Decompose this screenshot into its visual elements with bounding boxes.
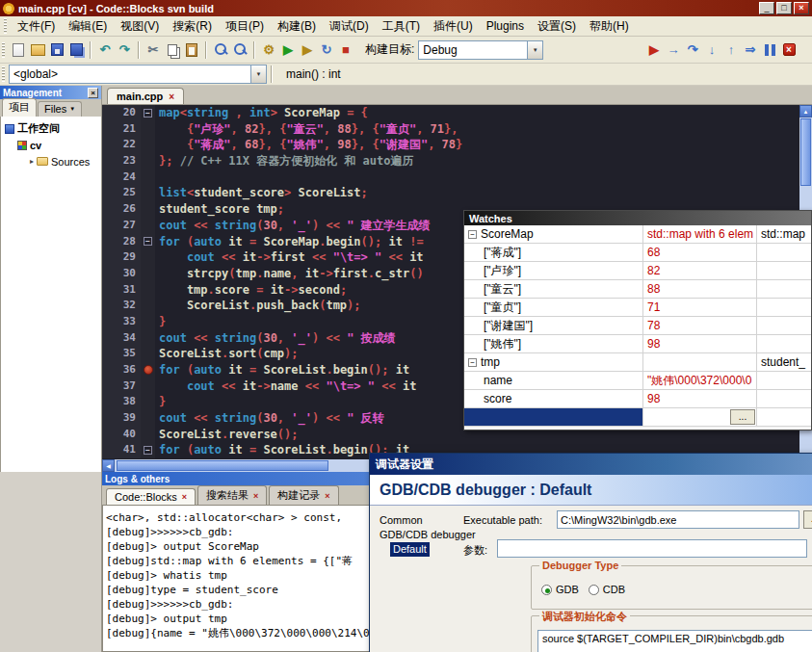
watch-row-10[interactable]: ...	[464, 408, 811, 427]
line-margin[interactable]	[141, 266, 155, 282]
menu-gripper[interactable]	[4, 18, 7, 34]
menu-item-4[interactable]: 项目(P)	[219, 16, 271, 37]
code-line-22[interactable]: 22 {"蒋成", 68}, {"姚伟", 98}, {"谢建国", 78}	[102, 137, 799, 153]
watches-title-bar[interactable]: Watches	[464, 211, 811, 225]
watch-row-3[interactable]: ["童云"]88	[464, 280, 811, 299]
find-icon[interactable]	[212, 41, 229, 59]
menu-item-10[interactable]: 设置(S)	[531, 16, 583, 37]
logs-tab-2[interactable]: 构建记录×	[269, 485, 338, 505]
open-file-icon[interactable]	[29, 41, 46, 59]
menu-item-5[interactable]: 构建(B)	[271, 16, 323, 37]
tab-files[interactable]: Files ▼	[38, 101, 82, 117]
line-number[interactable]: 38	[102, 394, 141, 410]
line-number[interactable]: 39	[102, 410, 141, 427]
watch-row-1[interactable]: ["蒋成"]68	[464, 244, 811, 262]
collapse-icon[interactable]: −	[468, 358, 477, 367]
watch-row-9[interactable]: score98	[464, 390, 811, 408]
run-to-cursor-icon[interactable]: →	[665, 41, 682, 59]
copy-icon[interactable]	[164, 41, 181, 59]
build-target-combo[interactable]: Debug ▼	[418, 40, 543, 60]
line-margin[interactable]	[141, 346, 155, 362]
line-margin[interactable]: −	[141, 442, 155, 458]
line-number[interactable]: 30	[102, 266, 141, 282]
line-margin[interactable]	[141, 137, 155, 153]
close-tab-icon[interactable]: ×	[169, 91, 174, 102]
fold-marker-icon[interactable]: −	[144, 446, 152, 455]
init-commands-input[interactable]: source $(TARGET_COMPILER_DIR)bin\cbgdb.g…	[537, 630, 812, 652]
tree-item-workspace[interactable]: 工作空间	[1, 120, 101, 137]
scroll-up-icon[interactable]: ▲	[799, 105, 812, 117]
expand-arrow-icon[interactable]: ▸	[30, 157, 34, 166]
abort-build-icon[interactable]: ■	[337, 41, 354, 59]
dialog-title-bar[interactable]: 调试器设置	[370, 454, 812, 475]
editor-tab-maincpp[interactable]: main.cpp ×	[107, 88, 184, 104]
code-line-21[interactable]: 21 {"卢珍", 82}, {"童云", 88}, {"童贞", 71},	[102, 121, 799, 138]
line-number[interactable]: 28	[102, 234, 141, 250]
redo-icon[interactable]: ↷	[116, 41, 133, 59]
line-margin[interactable]: −	[141, 105, 155, 121]
save-all-icon[interactable]	[67, 41, 85, 59]
fold-marker-icon[interactable]: −	[144, 237, 152, 246]
debugger-tree-item-1[interactable]: GDB/CDB debugger	[377, 528, 479, 542]
line-number[interactable]: 23	[102, 153, 141, 170]
line-margin[interactable]: −	[141, 234, 155, 250]
line-margin[interactable]	[141, 330, 155, 347]
line-margin[interactable]	[141, 218, 155, 234]
scroll-left-icon[interactable]: ◀	[102, 459, 115, 472]
arguments-input[interactable]	[497, 539, 807, 558]
menu-item-7[interactable]: 工具(T)	[376, 16, 427, 37]
radio-cdb[interactable]: CDB	[589, 584, 625, 595]
close-log-tab-icon[interactable]: ×	[253, 491, 258, 501]
build-icon[interactable]: ⚙	[260, 41, 277, 59]
line-number[interactable]: 21	[102, 121, 141, 138]
run-icon[interactable]: ▶	[279, 41, 297, 59]
minimize-button[interactable]: _	[759, 2, 774, 14]
line-margin[interactable]	[141, 282, 155, 299]
menu-item-6[interactable]: 调试(D)	[323, 16, 376, 37]
watch-row-5[interactable]: ["谢建国"]78	[464, 317, 811, 335]
cut-icon[interactable]: ✂	[144, 41, 162, 59]
line-margin[interactable]	[141, 378, 155, 395]
line-number[interactable]: 26	[102, 201, 141, 218]
radio-gdb[interactable]: GDB	[541, 584, 579, 595]
build-and-run-icon[interactable]: ▶	[299, 41, 316, 59]
next-instruction-icon[interactable]: ⇒	[742, 41, 759, 59]
line-number[interactable]: 40	[102, 427, 141, 443]
step-into-icon[interactable]: ↓	[703, 41, 720, 59]
menu-item-8[interactable]: 插件(U)	[427, 16, 480, 37]
line-number[interactable]: 35	[102, 346, 141, 362]
management-title-bar[interactable]: Management ×	[0, 86, 101, 99]
line-number[interactable]: 34	[102, 330, 141, 347]
fold-marker-icon[interactable]: −	[144, 109, 152, 117]
menu-item-11[interactable]: 帮助(H)	[583, 16, 636, 37]
line-number[interactable]: 20	[102, 105, 141, 121]
title-bar[interactable]: main.cpp [cv] - Code::Blocks svn build _…	[0, 0, 812, 16]
toolbar-gripper[interactable]	[2, 66, 5, 82]
ellipsis-button[interactable]: ...	[730, 409, 755, 425]
chevron-down-icon[interactable]: ▼	[527, 41, 542, 59]
line-margin[interactable]	[141, 121, 155, 138]
line-number[interactable]: 37	[102, 378, 141, 395]
chevron-down-icon[interactable]: ▼	[250, 65, 266, 83]
code-line-24[interactable]: 24	[102, 170, 799, 186]
line-number[interactable]: 33	[102, 314, 141, 330]
close-log-tab-icon[interactable]: ×	[325, 491, 329, 501]
tree-item-project[interactable]: cv	[1, 137, 101, 153]
line-number[interactable]: 41	[102, 442, 141, 458]
watch-row-7[interactable]: −tmpstudent_	[464, 353, 811, 372]
pause-icon[interactable]	[761, 41, 778, 59]
line-margin[interactable]	[141, 410, 155, 427]
breakpoint-icon[interactable]	[144, 365, 153, 375]
save-icon[interactable]	[48, 41, 65, 59]
watch-row-6[interactable]: ["姚伟"]98	[464, 335, 811, 353]
menu-item-0[interactable]: 文件(F)	[11, 16, 62, 37]
line-number[interactable]: 24	[102, 170, 141, 186]
line-margin[interactable]	[141, 185, 155, 201]
line-number[interactable]: 22	[102, 137, 141, 153]
undo-icon[interactable]: ↶	[96, 41, 114, 59]
logs-tab-0[interactable]: Code::Blocks×	[106, 488, 196, 505]
line-number[interactable]: 36	[102, 362, 141, 378]
line-margin[interactable]	[141, 298, 155, 314]
close-log-tab-icon[interactable]: ×	[182, 492, 187, 502]
maximize-button[interactable]: □	[776, 2, 792, 14]
